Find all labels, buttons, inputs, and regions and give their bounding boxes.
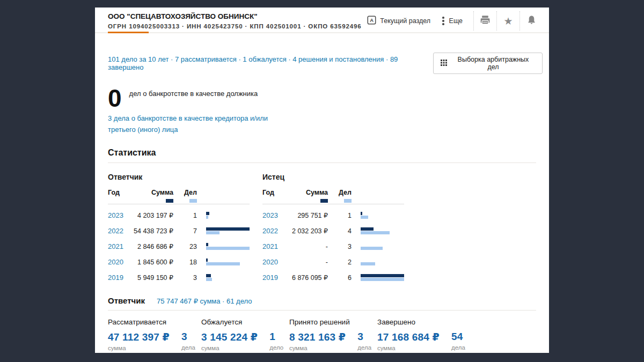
card-header: ООО "СПЕЦАВТОХОЗЯЙСТВО ОБНИНСК" ОГРН 109… bbox=[95, 8, 549, 33]
bankruptcy-creditor-link[interactable]: 3 дела о банкротстве в качестве кредитор… bbox=[108, 113, 293, 135]
sum-cell: 295 751 ₽ bbox=[286, 211, 328, 219]
stat-label: Принято решений bbox=[289, 318, 377, 326]
cases-cell: 18 bbox=[173, 258, 197, 266]
row-bars bbox=[352, 227, 404, 234]
col-year: Год bbox=[108, 189, 131, 203]
stat-group-appealed: Обжалуется 3 145 224 ₽ сумма 1 дело bbox=[201, 318, 289, 351]
stat-group-completed: Завершено 17 168 684 ₽ сумма 54 дела bbox=[377, 318, 465, 351]
year-link[interactable]: 2020 bbox=[108, 258, 131, 266]
sum-cell: 1 845 600 ₽ bbox=[131, 258, 173, 266]
year-link[interactable]: 2021 bbox=[262, 242, 286, 250]
table-row: 2020 1 845 600 ₽ 18 bbox=[108, 254, 250, 270]
defendant-summary-section: Ответчик 75 747 467 ₽ сумма · 61 дело bbox=[108, 296, 536, 305]
cases-bar bbox=[206, 262, 240, 265]
cases-bar bbox=[361, 216, 368, 219]
stat-sum: 8 321 163 ₽ bbox=[289, 331, 346, 343]
sum-bar bbox=[361, 212, 362, 215]
defendant-table-title: Ответчик bbox=[108, 173, 250, 181]
more-button[interactable]: Еще bbox=[441, 11, 463, 31]
cases-cell: 2 bbox=[328, 258, 352, 266]
cases-legend-swatch bbox=[344, 199, 352, 203]
cases-cell: 1 bbox=[328, 212, 352, 219]
print-button[interactable] bbox=[473, 11, 496, 31]
stat-sum: 17 168 684 ₽ bbox=[377, 331, 440, 343]
cases-bar bbox=[206, 278, 212, 281]
table-row: 2021 2 846 686 ₽ 23 bbox=[108, 239, 250, 254]
table-row: 2022 54 438 723 ₽ 7 bbox=[108, 223, 250, 239]
cases-cell: 4 bbox=[328, 227, 352, 235]
table-row: 2022 2 032 203 ₽ 4 bbox=[262, 223, 404, 239]
defendant-table: Ответчик Год Сумма Дел 2023 4 203 197 ₽ … bbox=[108, 173, 250, 285]
sum-cell: 54 438 723 ₽ bbox=[131, 227, 173, 235]
year-link[interactable]: 2019 bbox=[108, 274, 131, 282]
svg-text:A: A bbox=[370, 18, 374, 23]
printer-icon bbox=[480, 15, 491, 27]
sum-bar bbox=[206, 243, 208, 246]
cases-legend-swatch bbox=[189, 199, 197, 203]
sum-bar bbox=[206, 258, 208, 262]
sum-bar bbox=[361, 227, 374, 231]
row-bars bbox=[197, 227, 250, 234]
sum-bar bbox=[206, 274, 211, 277]
stat-sum: 47 112 397 ₽ bbox=[108, 331, 170, 343]
row-bars bbox=[352, 274, 404, 281]
case-selection-button[interactable]: Выборка арбитражных дел bbox=[433, 53, 543, 74]
sum-bar bbox=[361, 274, 404, 277]
stat-group-pending: Рассматривается 47 112 397 ₽ сумма 3 дел… bbox=[108, 318, 201, 351]
stat-label: Обжалуется bbox=[201, 318, 289, 326]
sum-cell: - bbox=[286, 258, 328, 266]
year-link[interactable]: 2020 bbox=[262, 258, 286, 266]
row-bars bbox=[352, 258, 404, 265]
cases-bar bbox=[206, 216, 208, 219]
row-bars bbox=[352, 212, 404, 219]
year-link[interactable]: 2023 bbox=[108, 211, 131, 219]
sum-cell: 2 032 203 ₽ bbox=[286, 227, 328, 235]
sum-legend-swatch bbox=[166, 199, 173, 203]
stat-count: 3 bbox=[181, 331, 195, 343]
cases-summary-link[interactable]: 101 дело за 10 лет · 7 рассматривается ·… bbox=[108, 55, 433, 71]
year-link[interactable]: 2019 bbox=[262, 274, 286, 282]
more-label: Еще bbox=[449, 17, 463, 25]
cases-bar bbox=[206, 247, 250, 250]
row-bars bbox=[197, 212, 250, 219]
col-sum: Сумма bbox=[286, 189, 328, 203]
stat-count: 54 bbox=[451, 331, 465, 343]
sum-cell: 4 203 197 ₽ bbox=[131, 211, 173, 219]
table-header: Год Сумма Дел bbox=[108, 189, 250, 203]
year-link[interactable]: 2022 bbox=[108, 227, 131, 235]
defendant-summary-link[interactable]: 75 747 467 ₽ сумма · 61 дело bbox=[157, 297, 252, 305]
sum-cell: - bbox=[286, 243, 328, 250]
year-link[interactable]: 2021 bbox=[108, 242, 131, 250]
year-link[interactable]: 2022 bbox=[262, 227, 286, 235]
stat-count: 1 bbox=[269, 331, 283, 343]
cases-cell: 7 bbox=[173, 227, 197, 235]
col-cases: Дел bbox=[328, 189, 352, 203]
cases-bar bbox=[361, 278, 404, 281]
cases-bar bbox=[361, 247, 383, 250]
table-row: 2023 295 751 ₽ 1 bbox=[262, 208, 404, 223]
stat-count: 3 bbox=[357, 331, 371, 343]
section-divider bbox=[108, 310, 536, 311]
grid-icon bbox=[441, 60, 447, 68]
stat-count-caption: дела bbox=[357, 344, 371, 351]
sum-bar bbox=[206, 212, 209, 215]
year-link[interactable]: 2023 bbox=[262, 211, 286, 219]
bankruptcy-block: 0 дел о банкротстве в качестве должника … bbox=[108, 88, 536, 135]
section-divider bbox=[108, 162, 536, 163]
summary-row: 101 дело за 10 лет · 7 рассматривается ·… bbox=[108, 53, 543, 74]
row-bars bbox=[352, 243, 404, 250]
favorite-button[interactable]: ★ bbox=[496, 11, 519, 31]
kebab-menu-icon bbox=[441, 17, 445, 25]
statistics-title: Статистика bbox=[108, 148, 536, 158]
col-year: Год bbox=[262, 189, 286, 203]
defendant-summary-title: Ответчик bbox=[108, 296, 145, 305]
table-header-divider bbox=[108, 204, 250, 204]
notifications-button[interactable] bbox=[519, 11, 543, 31]
statistics-tables: Ответчик Год Сумма Дел 2023 4 203 197 ₽ … bbox=[108, 173, 536, 285]
cases-cell: 3 bbox=[173, 274, 197, 282]
plaintiff-table: Истец Год Сумма Дел 2023 295 751 ₽ 1 bbox=[262, 173, 404, 285]
stat-count-caption: дела bbox=[451, 344, 465, 351]
current-section-button[interactable]: A Текущий раздел bbox=[367, 11, 430, 31]
bankruptcy-count-label: дел о банкротстве в качестве должника bbox=[129, 90, 258, 98]
cases-bar bbox=[361, 231, 390, 234]
